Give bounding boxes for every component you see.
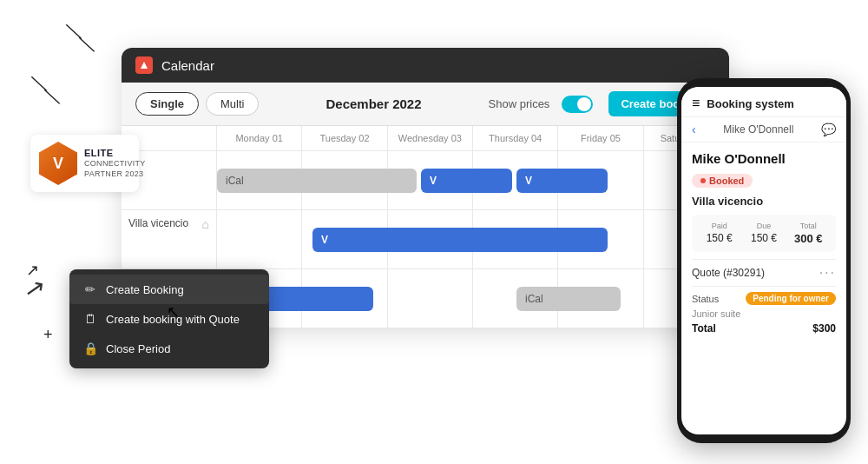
grand-total-value: $300: [812, 322, 836, 335]
total-label-price: Total: [800, 222, 817, 230]
header-tue: Tuesday 02: [302, 126, 387, 150]
booking-bar-ical-2[interactable]: iCal: [516, 287, 621, 311]
phone-app-title: Booking system: [707, 97, 836, 110]
deco-plus1: +: [43, 326, 53, 344]
v-logo-3: V: [321, 234, 328, 246]
phone-sub-header: ‹ Mike O'Donnell 💬: [681, 117, 846, 143]
grand-total-label: Total: [692, 322, 716, 335]
grid-row-1: ⌂ iCal V V: [122, 151, 729, 210]
v-logo-2: V: [525, 175, 532, 187]
booking-bar-blue-3[interactable]: V: [312, 228, 608, 252]
back-icon[interactable]: ‹: [692, 123, 696, 136]
elite-connectivity: CONNECTIVITY: [84, 159, 146, 169]
price-paid: Paid 150 €: [699, 222, 740, 245]
calendar-toolbar: Single Multi December 2022 Show prices C…: [122, 83, 729, 126]
app-title: Calendar: [161, 58, 214, 73]
row-label-2: Villa vicencio ⌂: [122, 210, 217, 268]
v-logo-1: V: [430, 175, 437, 187]
elite-label: ELITE: [84, 148, 146, 158]
grid-header: Monday 01 Tuesday 02 Wednesday 03 Thursd…: [122, 126, 729, 151]
show-prices-toggle[interactable]: [562, 96, 593, 113]
elite-badge: V ELITE CONNECTIVITY PARTNER 2023: [30, 135, 139, 192]
quote-label: Quote (#30291): [692, 267, 765, 279]
show-prices-label: Show prices: [489, 97, 550, 110]
phone-sub-name: Mike O'Donnell: [701, 123, 816, 136]
paid-value: 150 €: [707, 232, 733, 244]
menu-icon-phone: ≡: [692, 96, 700, 111]
guest-name: Mike O'Donnell: [692, 151, 836, 166]
deco-slash3: ╲: [32, 73, 48, 94]
elite-v-letter: V: [53, 155, 63, 173]
grid-row-2: Villa vicencio ⌂ V: [122, 210, 729, 269]
elite-partner-year: PARTNER 2023: [84, 169, 146, 179]
quote-dots: ···: [819, 265, 836, 281]
cell-3-3[interactable]: [388, 269, 473, 328]
booking-bar-ical-1[interactable]: iCal: [217, 169, 417, 193]
tab-single[interactable]: Single: [135, 92, 199, 116]
chat-icon[interactable]: 💬: [821, 123, 836, 136]
menu-item-close-period[interactable]: 🔒 Close Period: [69, 334, 269, 363]
elite-text-block: ELITE CONNECTIVITY PARTNER 2023: [84, 148, 146, 179]
booking-bar-blue-1[interactable]: V: [421, 169, 512, 193]
status-row: Status Pending for owner: [692, 292, 836, 305]
calendar-titlebar: Calendar: [122, 48, 729, 83]
due-value: 150 €: [751, 232, 777, 244]
phone-header: ≡ Booking system: [681, 87, 846, 117]
quote-row: Quote (#30291) ···: [692, 265, 836, 281]
grand-total-row: Total $300: [692, 322, 836, 335]
booked-label: Booked: [709, 176, 744, 186]
deco-slash1: ╲: [67, 21, 82, 42]
total-value-price: 300 €: [794, 232, 823, 245]
elite-hexagon: V: [39, 142, 77, 185]
phone-content: Mike O'Donnell Booked Villa vicencio Pai…: [681, 143, 846, 434]
booked-badge: Booked: [692, 174, 753, 188]
header-fri: Friday 05: [558, 126, 643, 150]
property-name-phone: Villa vicencio: [692, 195, 836, 208]
deco-arrow2: ↗: [22, 272, 46, 303]
phone-screen: ≡ Booking system ‹ Mike O'Donnell 💬 Mike…: [681, 87, 846, 434]
lock-icon: 🔒: [83, 341, 97, 355]
app-logo: [135, 56, 153, 74]
divider-1: [692, 259, 836, 260]
pending-badge: Pending for owner: [746, 292, 836, 305]
phone-mock: ≡ Booking system ‹ Mike O'Donnell 💬 Mike…: [677, 78, 851, 443]
header-mon: Monday 01: [217, 126, 302, 150]
tab-multi[interactable]: Multi: [206, 92, 259, 116]
price-due: Due 150 €: [743, 222, 784, 245]
villa-vicencio-label: Villa vicencio: [128, 217, 188, 229]
suite-label: Junior suite: [692, 308, 836, 319]
home-icon-2: ⌂: [202, 217, 209, 231]
due-label: Due: [757, 222, 772, 230]
price-total: Total 300 €: [788, 222, 829, 245]
header-thu: Thursday 04: [473, 126, 558, 150]
menu-label-close-period: Close Period: [106, 342, 170, 355]
menu-label-quote: Create booking with Quote: [106, 313, 240, 326]
status-label: Status: [692, 294, 719, 304]
menu-label-create-booking: Create Booking: [106, 283, 184, 296]
menu-item-create-booking[interactable]: ✏ Create Booking: [69, 275, 269, 304]
context-menu: ✏ Create Booking 🗒 Create booking with Q…: [69, 269, 269, 368]
cell-2-1[interactable]: [217, 210, 302, 268]
header-wed: Wednesday 03: [388, 126, 473, 150]
month-title: December 2022: [266, 96, 481, 111]
booked-dot: [700, 178, 706, 183]
paid-label: Paid: [712, 222, 727, 230]
elite-hex-bg: V: [39, 142, 77, 185]
divider-2: [692, 286, 836, 287]
document-icon: 🗒: [83, 312, 97, 326]
deco-slash4: ╲: [45, 86, 61, 107]
deco-slash2: ╲: [80, 34, 95, 55]
menu-item-create-booking-quote[interactable]: 🗒 Create booking with Quote: [69, 304, 269, 334]
booking-bar-blue-2[interactable]: V: [516, 169, 608, 193]
pencil-icon: ✏: [83, 282, 97, 296]
price-row: Paid 150 € Due 150 € Total 300 €: [692, 215, 836, 252]
